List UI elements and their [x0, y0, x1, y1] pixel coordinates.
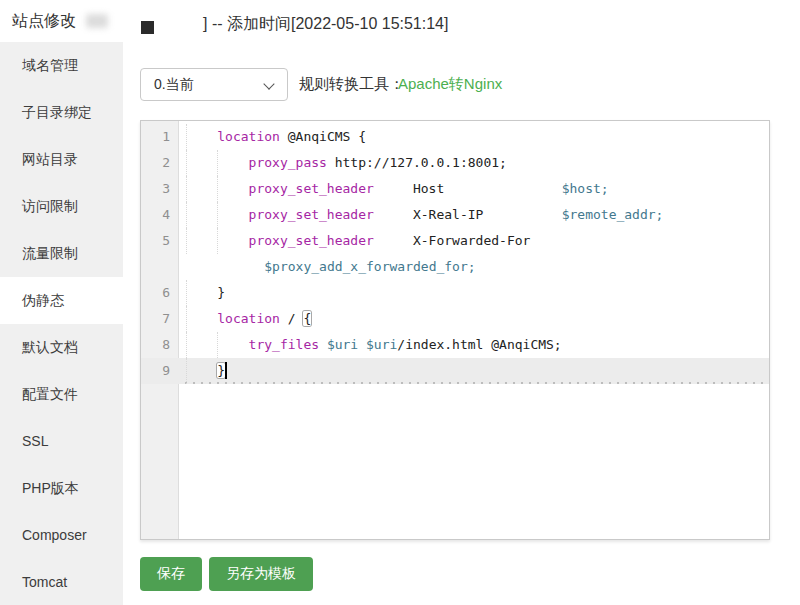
- indent-guide: [217, 176, 248, 202]
- indent-guide: [186, 228, 217, 254]
- sidebar-item-配置文件[interactable]: 配置文件: [0, 371, 123, 418]
- indent-guide: [186, 280, 217, 306]
- rewrite-rule-select[interactable]: 0.当前: [140, 68, 288, 101]
- line-number: 8: [141, 332, 179, 358]
- blurred-site-name: [86, 14, 108, 28]
- indent-guide: [186, 124, 217, 150]
- rewrite-rule-select-value: 0.当前: [154, 76, 194, 92]
- sidebar-item-Tomcat[interactable]: Tomcat: [0, 559, 123, 605]
- indent-guide: [186, 358, 217, 384]
- code-text: proxy_set_header Host $host;: [179, 176, 769, 202]
- line-number: 7: [141, 306, 179, 332]
- code-text: }: [179, 280, 769, 306]
- indent-guide: [186, 150, 217, 176]
- dialog-header: 站点修改 ] -- 添加时间[2022-05-10 15:51:14]: [0, 0, 800, 42]
- sidebar-item-域名管理[interactable]: 域名管理: [0, 42, 123, 89]
- code-text: $proxy_add_x_forwarded_for;: [179, 254, 769, 280]
- chevron-down-icon: [263, 78, 274, 89]
- code-line[interactable]: 8try_files $uri $uri/index.html @AnqiCMS…: [141, 332, 769, 358]
- code-text: location @AnqiCMS {: [179, 124, 769, 150]
- line-number: 3: [141, 176, 179, 202]
- code-text: proxy_set_header X-Real-IP $remote_addr;: [179, 202, 769, 228]
- code-line[interactable]: 2proxy_pass http://127.0.0.1:8001;: [141, 150, 769, 176]
- code-text: location / {: [179, 306, 769, 332]
- code-line[interactable]: 9}: [141, 358, 769, 384]
- line-number: 6: [141, 280, 179, 306]
- sidebar-item-SSL[interactable]: SSL: [0, 418, 123, 465]
- sidebar-item-Composer[interactable]: Composer: [0, 512, 123, 559]
- code-text: proxy_pass http://127.0.0.1:8001;: [179, 150, 769, 176]
- apache-to-nginx-link[interactable]: Apache转Nginx: [398, 75, 502, 94]
- indent-guide: [217, 228, 248, 254]
- save-button[interactable]: 保存: [140, 557, 202, 591]
- code-text: }: [179, 358, 769, 384]
- site-modify-dialog: 站点修改 ] -- 添加时间[2022-05-10 15:51:14] 域名管理…: [0, 0, 800, 605]
- line-number: 9: [141, 358, 179, 384]
- indent-guide: [217, 332, 248, 358]
- code-text: proxy_set_header X-Forwarded-For: [179, 228, 769, 254]
- code-line[interactable]: 7location / {: [141, 306, 769, 332]
- code-lines: 1location @AnqiCMS {2proxy_pass http://1…: [141, 124, 769, 384]
- sidebar-item-访问限制[interactable]: 访问限制: [0, 183, 123, 230]
- code-line[interactable]: 3proxy_set_header Host $host;: [141, 176, 769, 202]
- site-added-time: ] -- 添加时间[2022-05-10 15:51:14]: [203, 14, 448, 35]
- sidebar-item-流量限制[interactable]: 流量限制: [0, 230, 123, 277]
- code-line[interactable]: 1location @AnqiCMS {: [141, 124, 769, 150]
- text-cursor: [225, 362, 227, 379]
- line-number: 5: [141, 228, 179, 254]
- sidebar-item-伪静态[interactable]: 伪静态: [0, 277, 123, 324]
- dialog-title: 站点修改: [12, 11, 76, 32]
- line-number: 2: [141, 150, 179, 176]
- indent-guide: [186, 332, 217, 358]
- save-as-template-button[interactable]: 另存为模板: [209, 557, 313, 591]
- line-number: 1: [141, 124, 179, 150]
- redacted-site-name-block: [141, 21, 154, 34]
- code-line[interactable]: 6}: [141, 280, 769, 306]
- indent-guide: [217, 202, 248, 228]
- line-number: [141, 254, 179, 280]
- code-text: try_files $uri $uri/index.html @AnqiCMS;: [179, 332, 769, 358]
- code-line[interactable]: 5proxy_set_header X-Forwarded-For: [141, 228, 769, 254]
- converter-tool-label: 规则转换工具：: [299, 75, 404, 94]
- line-number: 4: [141, 202, 179, 228]
- code-line[interactable]: 4proxy_set_header X-Real-IP $remote_addr…: [141, 202, 769, 228]
- indent-guide: [217, 150, 248, 176]
- settings-sidebar: 域名管理子目录绑定网站目录访问限制流量限制伪静态默认文档配置文件SSLPHP版本…: [0, 42, 123, 605]
- indent-guide: [186, 176, 217, 202]
- sidebar-item-子目录绑定[interactable]: 子目录绑定: [0, 89, 123, 136]
- code-line[interactable]: $proxy_add_x_forwarded_for;: [141, 254, 769, 280]
- sidebar-item-网站目录[interactable]: 网站目录: [0, 136, 123, 183]
- sidebar-item-默认文档[interactable]: 默认文档: [0, 324, 123, 371]
- indent-guide: [186, 306, 217, 332]
- indent-guide: [186, 202, 217, 228]
- sidebar-item-PHP版本[interactable]: PHP版本: [0, 465, 123, 512]
- rewrite-code-editor[interactable]: 1location @AnqiCMS {2proxy_pass http://1…: [140, 120, 770, 540]
